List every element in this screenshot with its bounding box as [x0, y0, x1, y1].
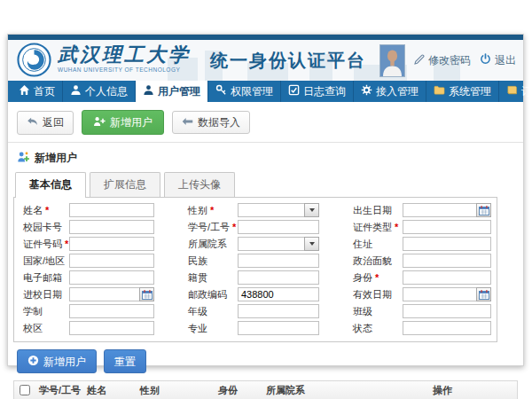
- chevron-down-icon[interactable]: [304, 237, 319, 251]
- select-all-checkbox[interactable]: [20, 385, 30, 395]
- department-select-value[interactable]: [238, 237, 304, 251]
- tab-basic-info[interactable]: 基本信息: [15, 172, 86, 198]
- email-input[interactable]: [69, 270, 154, 285]
- field-label-ethnicity: 民族: [184, 254, 238, 268]
- id-type-input[interactable]: [403, 220, 491, 234]
- field-label-gender: 性别*: [184, 204, 238, 217]
- main-nav: 首页 个人信息 用户管理 权限管理 日志查询: [8, 81, 523, 102]
- data-import-button[interactable]: 数据导入: [172, 111, 250, 134]
- entry-date-field[interactable]: [69, 287, 154, 301]
- gear-icon: [361, 84, 372, 98]
- required-marker: *: [375, 272, 379, 283]
- nav-item-permissions[interactable]: 权限管理: [208, 81, 281, 102]
- identity-input[interactable]: [403, 270, 491, 285]
- political-status-input[interactable]: [403, 254, 491, 268]
- postal-code-input[interactable]: [238, 287, 319, 301]
- book-icon: [506, 84, 518, 98]
- basic-info-form: 姓名* 性别* 出生日期 校园卡号: [13, 198, 497, 342]
- section-title-text: 新增用户: [35, 151, 77, 166]
- user-avatar: [379, 44, 405, 77]
- nav-item-subscriptions[interactable]: 订阅管理: [499, 81, 532, 102]
- valid-date-input[interactable]: [403, 287, 476, 301]
- campus-input[interactable]: [69, 321, 154, 335]
- new-user-section-icon: [17, 151, 29, 166]
- form-tabbar: 基本信息 扩展信息 上传头像: [13, 172, 497, 198]
- col-gender: 性别: [137, 384, 215, 397]
- plus-circle-icon: [27, 355, 39, 368]
- nav-item-profile[interactable]: 个人信息: [63, 81, 136, 102]
- major-input[interactable]: [238, 321, 319, 335]
- status-input[interactable]: [403, 321, 491, 335]
- field-label-campus: 校区: [20, 322, 69, 335]
- back-arrow-icon: [27, 117, 38, 129]
- nav-item-system[interactable]: 系统管理: [426, 81, 499, 102]
- field-label-country: 国家/地区: [20, 254, 69, 268]
- add-user-toolbar-button[interactable]: 新增用户: [82, 110, 164, 135]
- nav-item-home[interactable]: 首页: [8, 81, 63, 102]
- tab-upload-avatar[interactable]: 上传头像: [164, 172, 235, 197]
- university-name-en: WUHAN UNIVERSITY OF TECHNOLOGY: [58, 66, 191, 73]
- platform-title: 统一身份认证平台: [210, 49, 366, 73]
- university-logo: [17, 43, 51, 77]
- import-arrow-icon: [182, 117, 193, 128]
- name-input[interactable]: [69, 203, 154, 217]
- pencil-icon: [414, 54, 425, 67]
- campus-card-input[interactable]: [69, 220, 154, 234]
- required-marker: *: [45, 205, 49, 215]
- change-password-link[interactable]: 修改密码: [414, 53, 471, 68]
- field-label-student-id: 学号/工号*: [184, 221, 238, 234]
- grade-input[interactable]: [238, 304, 319, 318]
- field-label-name: 姓名*: [20, 204, 69, 217]
- field-label-class: 班级: [349, 305, 403, 318]
- university-name-cn: 武汉理工大学: [58, 44, 191, 66]
- university-name-block: 武汉理工大学 WUHAN UNIVERSITY OF TECHNOLOGY: [58, 44, 191, 73]
- users-icon: [143, 84, 154, 98]
- new-user-panel: 基本信息 扩展信息 上传头像 姓名* 性别* 出生日期: [13, 172, 497, 342]
- field-label-id-number: 证件号码*: [20, 238, 69, 251]
- id-number-input[interactable]: [69, 237, 154, 251]
- required-marker: *: [395, 222, 398, 232]
- entry-date-input[interactable]: [69, 287, 139, 301]
- birthdate-field[interactable]: [403, 203, 491, 217]
- address-input[interactable]: [403, 237, 491, 251]
- field-label-identity: 身份*: [349, 271, 403, 285]
- col-student-id: 学号/工号: [35, 384, 83, 397]
- gender-select-value[interactable]: [238, 203, 304, 217]
- field-label-postal-code: 邮政编码: [184, 288, 238, 301]
- calendar-icon[interactable]: [476, 203, 491, 217]
- birthdate-input[interactable]: [403, 203, 476, 217]
- tab-extended-info[interactable]: 扩展信息: [90, 172, 160, 197]
- calendar-icon[interactable]: [139, 287, 154, 301]
- country-input[interactable]: [69, 254, 154, 268]
- add-user-icon: [93, 116, 106, 129]
- field-label-status: 状态: [349, 322, 403, 335]
- folder-icon: [434, 84, 445, 98]
- reset-button[interactable]: 重置: [104, 349, 146, 373]
- calendar-icon[interactable]: [476, 287, 491, 301]
- field-label-email: 电子邮箱: [20, 271, 69, 285]
- app-header: 武汉理工大学 WUHAN UNIVERSITY OF TECHNOLOGY 统一…: [8, 40, 523, 81]
- action-toolbar: 返回 新增用户 数据导入: [8, 102, 523, 143]
- field-label-department: 所属院系: [184, 238, 238, 251]
- nav-item-logs[interactable]: 日志查询: [281, 81, 354, 102]
- field-label-birthdate: 出生日期: [349, 204, 403, 217]
- student-id-input[interactable]: [238, 220, 319, 234]
- col-identity: 身份: [215, 384, 262, 397]
- class-input[interactable]: [403, 304, 491, 318]
- back-button[interactable]: 返回: [17, 111, 74, 135]
- gender-select[interactable]: [238, 203, 319, 217]
- nav-item-access[interactable]: 接入管理: [354, 81, 426, 102]
- nav-item-user-management[interactable]: 用户管理: [136, 81, 208, 102]
- valid-date-field[interactable]: [403, 287, 491, 301]
- logout-link[interactable]: 退出: [480, 53, 516, 68]
- schooling-length-input[interactable]: [69, 304, 154, 318]
- department-select[interactable]: [238, 237, 319, 251]
- ethnicity-input[interactable]: [238, 254, 319, 268]
- user-area: 修改密码 退出: [379, 40, 516, 81]
- chevron-down-icon[interactable]: [304, 203, 319, 217]
- submit-add-user-button[interactable]: 新增用户: [17, 349, 97, 373]
- native-place-input[interactable]: [238, 270, 319, 285]
- col-department: 所属院系: [262, 384, 429, 397]
- field-label-native-place: 籍贯: [184, 271, 238, 285]
- person-icon: [70, 84, 82, 98]
